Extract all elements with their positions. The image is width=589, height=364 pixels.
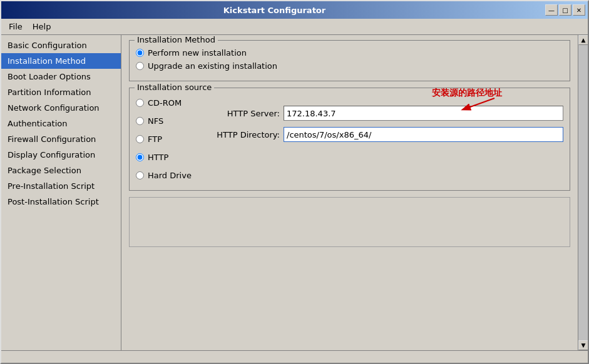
installation-method-options: Perform new installation Upgrade an exis… <box>136 48 563 71</box>
http-server-label: HTTP Server: <box>211 109 280 118</box>
upgrade-existing-label[interactable]: Upgrade an existing installation <box>148 61 277 71</box>
cdrom-label[interactable]: CD-ROM <box>148 98 182 108</box>
perform-new-row: Perform new installation <box>136 48 563 58</box>
source-radios: CD-ROM NFS FTP <box>136 96 198 184</box>
nfs-row: NFS <box>136 116 198 126</box>
cdrom-radio[interactable] <box>136 99 144 107</box>
http-row: HTTP <box>136 153 198 162</box>
scroll-track[interactable] <box>578 45 588 340</box>
sidebar-item-display-configuration[interactable]: Display Configuration <box>1 147 121 163</box>
nfs-label[interactable]: NFS <box>148 116 163 126</box>
menu-file[interactable]: File <box>4 20 28 33</box>
nfs-radio[interactable] <box>136 117 144 125</box>
installation-method-label: Installation Method <box>135 35 218 44</box>
http-directory-label: HTTP Directory: <box>211 130 280 139</box>
ftp-label[interactable]: FTP <box>148 134 162 144</box>
sidebar-item-pre-installation-script[interactable]: Pre-Installation Script <box>1 178 121 194</box>
right-scrollbar: ▲ ▼ <box>578 35 588 350</box>
perform-new-radio[interactable] <box>136 49 144 57</box>
content-area: Installation Method Perform new installa… <box>121 35 578 350</box>
sidebar-item-post-installation-script[interactable]: Post-Installation Script <box>1 194 121 210</box>
http-directory-row: HTTP Directory: <box>211 127 563 142</box>
sidebar-item-firewall-configuration[interactable]: Firewall Configuration <box>1 131 121 147</box>
cdrom-row: CD-ROM <box>136 98 198 108</box>
source-fields: 安装源的路径地址 <box>198 96 563 184</box>
scroll-up-button[interactable]: ▲ <box>578 35 588 45</box>
svg-text:安装源的路径地址: 安装源的路径地址 <box>431 88 503 98</box>
http-label[interactable]: HTTP <box>148 153 168 162</box>
empty-section <box>129 197 570 247</box>
menubar: File Help <box>1 19 588 35</box>
ftp-row: FTP <box>136 134 198 144</box>
sidebar-item-boot-loader-options[interactable]: Boot Loader Options <box>1 69 121 84</box>
titlebar: Kickstart Configurator — □ ✕ <box>1 1 588 19</box>
hard-drive-row: Hard Drive <box>136 171 198 180</box>
hard-drive-label[interactable]: Hard Drive <box>148 171 192 180</box>
maximize-button[interactable]: □ <box>559 4 571 16</box>
sidebar-item-partition-information[interactable]: Partition Information <box>1 84 121 100</box>
installation-source-content: CD-ROM NFS FTP <box>136 96 563 184</box>
source-grid: CD-ROM NFS FTP <box>136 96 563 184</box>
scroll-down-button[interactable]: ▼ <box>578 340 588 350</box>
sidebar-item-installation-method[interactable]: Installation Method <box>1 53 121 69</box>
http-radio[interactable] <box>136 153 144 161</box>
perform-new-label[interactable]: Perform new installation <box>148 48 247 58</box>
ftp-radio[interactable] <box>136 135 144 143</box>
installation-source-label: Installation source <box>135 83 214 92</box>
close-button[interactable]: ✕ <box>573 4 585 16</box>
sidebar-item-package-selection[interactable]: Package Selection <box>1 163 121 178</box>
svg-line-1 <box>463 98 494 109</box>
upgrade-existing-radio[interactable] <box>136 62 144 70</box>
statusbar <box>1 350 588 363</box>
installation-method-section: Installation Method Perform new installa… <box>129 40 570 81</box>
http-directory-input[interactable] <box>284 127 563 142</box>
application-window: Kickstart Configurator — □ ✕ File Help B… <box>0 0 589 364</box>
minimize-button[interactable]: — <box>545 4 558 16</box>
window-controls: — □ ✕ <box>545 4 585 16</box>
window-title: Kickstart Configurator <box>4 6 545 15</box>
installation-source-section: Installation source CD-ROM NFS <box>129 88 570 191</box>
sidebar-item-basic-configuration[interactable]: Basic Configuration <box>1 38 121 53</box>
sidebar: Basic Configuration Installation Method … <box>1 35 121 350</box>
annotation-arrow-svg: 安装源的路径地址 <box>419 84 557 116</box>
sidebar-item-network-configuration[interactable]: Network Configuration <box>1 100 121 116</box>
sidebar-item-authentication[interactable]: Authentication <box>1 116 121 131</box>
hard-drive-radio[interactable] <box>136 171 144 179</box>
upgrade-existing-row: Upgrade an existing installation <box>136 61 563 71</box>
main-content: Basic Configuration Installation Method … <box>1 35 588 350</box>
menu-help[interactable]: Help <box>28 20 56 33</box>
